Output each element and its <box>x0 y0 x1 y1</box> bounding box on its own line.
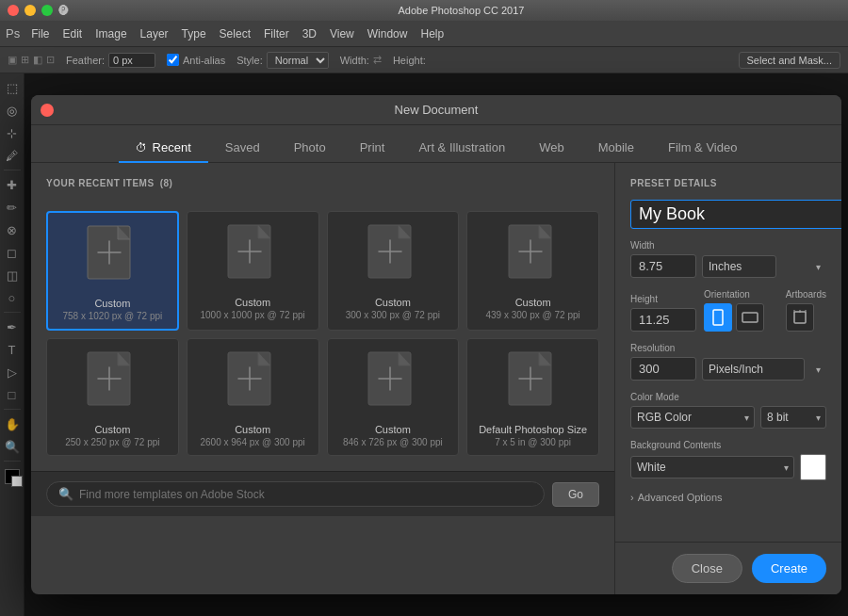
color-mode-select[interactable]: RGB Color CMYK Color Grayscale <box>630 406 755 429</box>
height-input[interactable] <box>630 308 696 332</box>
pen-tool[interactable]: ✒ <box>2 316 23 337</box>
antialias-checkbox[interactable] <box>167 54 179 66</box>
height-field: Height <box>630 294 696 332</box>
zoom-tool[interactable]: 🔍 <box>2 436 23 457</box>
antialias-label: Anti-alias <box>183 55 225 66</box>
recent-item-1[interactable]: Custom 1000 x 1000 px @ 72 ppi <box>187 211 319 331</box>
menu-edit[interactable]: Edit <box>63 27 83 41</box>
recent-item-7[interactable]: Default Photoshop Size 7 x 5 in @ 300 pp… <box>466 338 599 456</box>
tab-photo[interactable]: Photo <box>277 133 343 162</box>
menu-file[interactable]: File <box>31 27 49 41</box>
tab-web[interactable]: Web <box>522 133 581 162</box>
tab-mobile[interactable]: Mobile <box>581 133 651 162</box>
lasso-tool[interactable]: ◎ <box>2 100 23 121</box>
title-bar: 🅟 Adobe Photoshop CC 2017 <box>0 0 848 21</box>
recent-item-6[interactable]: Custom 846 x 726 px @ 300 ppi <box>327 338 460 456</box>
feather-label: Feather: <box>66 55 105 66</box>
recent-item-name-3: Custom <box>515 297 551 308</box>
tab-mobile-label: Mobile <box>598 140 634 154</box>
clock-icon: ⏱ <box>136 141 147 154</box>
menu-image[interactable]: Image <box>95 27 126 41</box>
tab-film[interactable]: Film & Video <box>651 133 754 162</box>
menu-type[interactable]: Type <box>182 27 206 41</box>
recent-item-size-5: 2600 x 964 px @ 300 ppi <box>200 437 304 447</box>
resolution-unit-wrapper: Pixels/Inch Pixels/Centimeter <box>702 358 826 381</box>
recent-item-size-7: 7 x 5 in @ 300 ppi <box>495 437 571 447</box>
doc-icon-svg-4 <box>84 350 140 416</box>
crop-tool[interactable]: ⊹ <box>2 122 23 143</box>
recent-item-size-1: 1000 x 1000 px @ 72 ppi <box>200 310 304 320</box>
minimize-traffic-light[interactable] <box>24 5 36 16</box>
dodge-tool[interactable]: ○ <box>2 287 23 308</box>
menu-layer[interactable]: Layer <box>140 27 169 41</box>
resolution-input[interactable] <box>630 357 696 381</box>
portrait-icon <box>711 309 725 326</box>
brush-tool[interactable]: ✏ <box>2 197 23 218</box>
shape-tool[interactable]: □ <box>2 384 23 405</box>
artboard-button[interactable] <box>786 303 814 332</box>
menu-select[interactable]: Select <box>220 27 251 41</box>
menu-help[interactable]: Help <box>420 27 444 41</box>
style-select[interactable]: Normal <box>267 52 329 69</box>
svg-rect-28 <box>742 313 758 322</box>
select-mask-button[interactable]: Select and Mask... <box>739 52 841 69</box>
recent-item-4[interactable]: Custom 250 x 250 px @ 72 ppi <box>46 338 179 456</box>
recent-item-3[interactable]: Custom 439 x 300 px @ 72 ppi <box>466 211 599 331</box>
bg-color-swatch[interactable] <box>800 454 826 480</box>
tool-icon-2: ⊞ <box>21 54 29 66</box>
bit-depth-select-wrapper: 8 bit 16 bit 32 bit <box>760 406 826 429</box>
dialog-close-button[interactable] <box>41 104 54 117</box>
close-button[interactable]: Close <box>672 554 742 583</box>
width-unit-select[interactable]: Inches Pixels Centimeters <box>702 255 776 278</box>
tab-saved[interactable]: Saved <box>208 133 277 162</box>
close-traffic-light[interactable] <box>8 5 19 16</box>
eyedropper-tool[interactable]: 🖉 <box>2 145 23 166</box>
bg-contents-select[interactable]: White Black Transparent <box>630 456 794 478</box>
svg-rect-27 <box>713 310 723 325</box>
tab-print[interactable]: Print <box>343 133 402 162</box>
recent-items-grid: Custom 758 x 1020 px @ 72 ppi <box>46 211 599 456</box>
path-tool[interactable]: ▷ <box>2 362 23 382</box>
resolution-unit-select[interactable]: Pixels/Inch Pixels/Centimeter <box>702 358 805 381</box>
create-button[interactable]: Create <box>752 554 826 583</box>
marquee-tool[interactable]: ⬚ <box>2 77 23 98</box>
bg-contents-label: Background Contents <box>630 440 826 450</box>
artboard-icon <box>792 310 807 325</box>
recent-item-2[interactable]: Custom 300 x 300 px @ 72 ppi <box>327 211 460 331</box>
recent-item-0[interactable]: Custom 758 x 1020 px @ 72 ppi <box>46 211 179 331</box>
stock-search-input[interactable] <box>79 488 532 501</box>
recent-item-size-3: 439 x 300 px @ 72 ppi <box>486 310 580 320</box>
feather-input[interactable] <box>108 53 155 68</box>
menu-3d[interactable]: 3D <box>302 27 317 41</box>
stamp-tool[interactable]: ⊗ <box>2 219 23 240</box>
foreground-color[interactable] <box>5 469 20 484</box>
tab-recent[interactable]: ⏱ Recent <box>119 133 208 162</box>
gradient-tool[interactable]: ◫ <box>2 265 23 285</box>
menu-filter[interactable]: Filter <box>264 27 289 41</box>
window-title: Adobe Photoshop CC 2017 <box>82 5 840 16</box>
artboards-field: Artboards <box>786 289 826 332</box>
color-mode-row: RGB Color CMYK Color Grayscale 8 bit 16 … <box>630 406 826 429</box>
go-button[interactable]: Go <box>552 482 599 507</box>
recent-item-5[interactable]: Custom 2600 x 964 px @ 300 ppi <box>187 338 319 456</box>
menu-view[interactable]: View <box>330 27 354 41</box>
tab-art[interactable]: Art & Illustration <box>401 133 522 162</box>
background-color[interactable] <box>11 476 23 487</box>
artboards-label: Artboards <box>786 289 826 300</box>
width-field: Width Inches Pixels Centimeters <box>630 240 826 278</box>
heal-tool[interactable]: ✚ <box>2 174 23 195</box>
preset-name-input[interactable] <box>630 200 841 229</box>
doc-icon-svg-2 <box>365 223 421 289</box>
doc-icon-svg-3 <box>505 223 562 289</box>
eraser-tool[interactable]: ◻ <box>2 242 23 263</box>
width-input[interactable] <box>630 254 696 278</box>
bit-depth-select[interactable]: 8 bit 16 bit 32 bit <box>760 406 826 429</box>
advanced-options-link[interactable]: › Advanced Options <box>630 492 826 503</box>
maximize-traffic-light[interactable] <box>41 5 53 16</box>
height-label: Height: <box>393 55 426 66</box>
landscape-button[interactable] <box>736 303 764 332</box>
menu-window[interactable]: Window <box>367 27 408 41</box>
portrait-button[interactable] <box>704 303 732 332</box>
type-tool[interactable]: T <box>2 339 23 360</box>
hand-tool[interactable]: ✋ <box>2 413 23 434</box>
